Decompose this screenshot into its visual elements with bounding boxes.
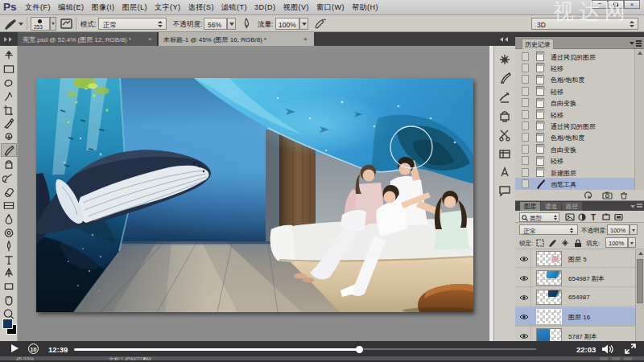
svg-text:T: T [591, 213, 596, 221]
